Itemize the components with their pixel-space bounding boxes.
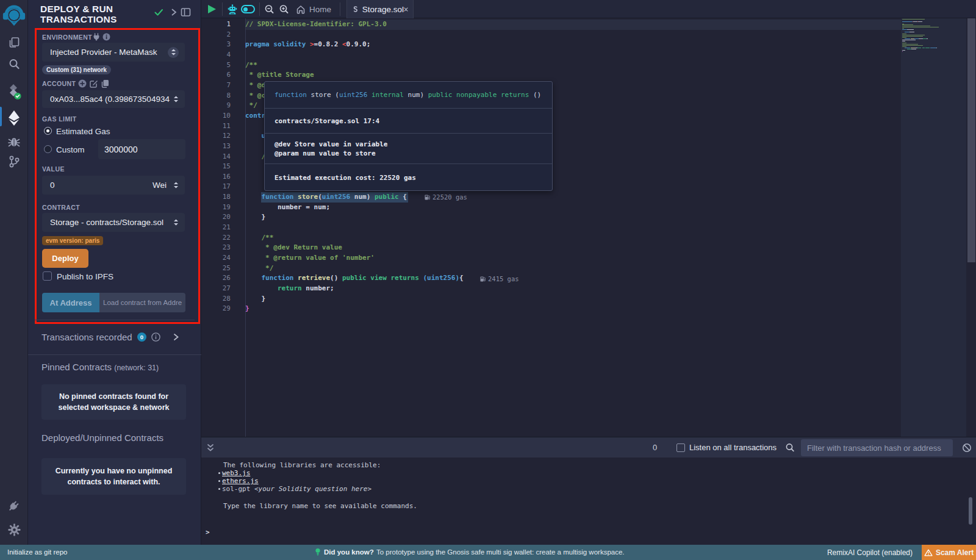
search-icon[interactable] (0, 57, 28, 71)
plugin-manager-icon[interactable] (0, 499, 28, 512)
code-line: } (245, 304, 249, 314)
code-line: * @title Storage (245, 70, 314, 81)
panel-chevron-icon[interactable] (170, 7, 178, 20)
copilot-toggle[interactable] (241, 5, 255, 13)
panel-title-line: TRANSACTIONS (40, 14, 117, 24)
code-line: // SPDX-License-Identifier: GPL-3.0 (245, 20, 387, 30)
account-add-icon[interactable] (78, 79, 87, 90)
empty-card-line: No pinned contracts found for (41, 391, 186, 402)
minimap-line (902, 28, 904, 29)
custom-gas-input[interactable] (98, 139, 185, 159)
tab-storage-sol[interactable]: Storage.sol (346, 0, 414, 18)
git-init-button[interactable]: Initialize as git repo (7, 548, 67, 556)
ethers-link[interactable]: ethers.js (222, 477, 259, 485)
environment-select[interactable]: Injected Provider - MetaMask (42, 43, 185, 62)
bullet-icon (218, 472, 220, 474)
tooltip-location: contracts/Storage.sol 17:4 (265, 109, 552, 133)
settings-gear-icon[interactable] (0, 523, 28, 536)
at-address-input[interactable] (99, 293, 185, 312)
sol-gpt-prefix: sol-gpt (222, 485, 254, 493)
minimap-line (902, 19, 925, 20)
line-number: 24 (201, 253, 231, 264)
listen-transactions-label: Listen on all transactions (689, 443, 777, 452)
line-number: 2 (201, 30, 231, 40)
account-select[interactable]: 0xA03...85ac4 (0.398673504934 (42, 90, 185, 108)
solidity-compiler-icon[interactable] (0, 84, 28, 100)
at-address-button[interactable]: At Address (42, 293, 99, 312)
minimap-line (914, 38, 919, 39)
terminal-body[interactable]: The following libraries are accessible: … (201, 458, 976, 545)
minimap-line (902, 34, 906, 34)
custom-gas-radio[interactable] (44, 145, 52, 153)
copilot-status[interactable]: RemixAI Copilot (enabled) (827, 548, 913, 557)
deploy-run-icon[interactable] (0, 110, 28, 126)
environment-info-icon[interactable] (102, 32, 110, 43)
file-explorer-icon[interactable] (0, 36, 28, 49)
select-caret-icon (168, 47, 179, 58)
listen-transactions-checkbox[interactable] (676, 443, 685, 452)
zoom-out-icon[interactable] (264, 4, 274, 17)
account-edit-icon[interactable] (90, 79, 98, 90)
value-unit-select[interactable]: Wei (146, 176, 185, 195)
active-plugin-indicator (0, 107, 2, 126)
tip-text: To prototype using the Gnosis safe multi… (376, 548, 625, 556)
tooltip-cost: Estimated execution cost: 22520 gas (265, 164, 552, 191)
environment-plug-icon (93, 32, 100, 43)
contract-select[interactable]: Storage - contracts/Storage.sol (42, 213, 185, 232)
line-number: 4 (201, 50, 231, 60)
terminal-filter-input[interactable] (801, 439, 953, 456)
minimap-line (917, 48, 921, 48)
terminal-prompt[interactable]: > (206, 528, 210, 536)
git-icon[interactable] (0, 155, 28, 168)
lightbulb-icon (315, 548, 321, 559)
code-line: } (245, 294, 265, 304)
tab-bar: Home Storage.sol (201, 0, 976, 18)
remix-logo-icon[interactable] (0, 4, 28, 27)
code-line: } (245, 212, 265, 223)
contract-label: CONTRACT (42, 204, 80, 211)
line-number: 1 (201, 20, 231, 30)
zoom-in-icon[interactable] (279, 4, 289, 17)
pinned-contracts-title: Pinned Contracts (network: 31) (41, 362, 159, 372)
transactions-count-badge: 0 (137, 332, 146, 342)
toolbar-separator (259, 2, 260, 16)
terminal-scrollbar[interactable] (969, 497, 972, 525)
minimap-line (902, 36, 923, 37)
minimap-line (925, 48, 930, 48)
minimap-line (905, 38, 910, 39)
ai-robot-icon[interactable] (228, 4, 237, 17)
minimap-line (902, 46, 906, 47)
deploy-button[interactable]: Deploy (42, 249, 88, 268)
code-line: * @return value of 'number' (245, 253, 375, 264)
line-number: 15 (201, 162, 231, 172)
clear-console-icon[interactable] (962, 443, 972, 455)
scam-alert-button[interactable]: Scam Alert (922, 545, 976, 560)
tab-home[interactable]: Home (296, 0, 331, 18)
code-line: function retrieve() public view returns … (245, 273, 464, 284)
value-input[interactable] (42, 176, 146, 195)
minimap-line (902, 41, 905, 41)
editor-scrollbar[interactable] (967, 18, 975, 262)
panel-title: DEPLOY & RUNTRANSACTIONS (40, 4, 144, 24)
gas-pump-icon (480, 276, 486, 282)
tab-home-label: Home (309, 5, 331, 14)
account-copy-icon[interactable] (101, 79, 109, 90)
web3-link[interactable]: web3.js (222, 469, 250, 477)
tab-close-icon[interactable] (404, 6, 408, 13)
terminal-collapse-icon[interactable] (206, 443, 215, 455)
transactions-info-icon[interactable] (151, 332, 160, 344)
transactions-expand-icon[interactable] (172, 332, 180, 344)
publish-ipfs-checkbox[interactable] (43, 271, 52, 281)
line-number: 5 (201, 60, 231, 71)
line-number: 9 (201, 101, 231, 111)
minimap[interactable] (901, 18, 966, 437)
run-script-icon[interactable] (208, 5, 216, 13)
debugger-icon[interactable] (0, 135, 28, 148)
terminal-search-icon[interactable] (785, 443, 795, 455)
code-line: * @dev Return value (245, 243, 346, 253)
estimated-gas-radio[interactable] (44, 127, 52, 135)
pin-panel-icon[interactable] (181, 7, 191, 20)
value-label: VALUE (42, 165, 65, 173)
code-editor[interactable]: 1234567891011121314151617181920212223242… (201, 18, 976, 437)
minimap-line (902, 40, 916, 40)
